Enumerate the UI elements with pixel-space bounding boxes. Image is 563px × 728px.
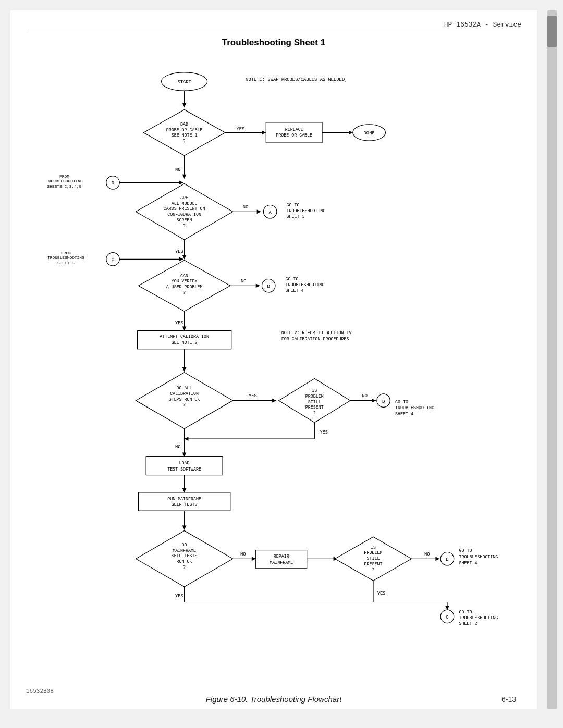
svg-marker-73 [185,437,189,441]
svg-text:MAINFRAME: MAINFRAME [173,548,196,553]
go-sheet3-a: GO TO [286,203,299,207]
done-node: DONE [364,131,375,136]
svg-text:A USER PROBLEM: A USER PROBLEM [166,285,203,289]
go-sheet4-b2: GO TO [395,400,408,404]
svg-text:?: ? [183,565,186,570]
header-title: HP 16532A - Service [444,21,521,29]
bad-probe-text: BAD [180,122,188,127]
svg-text:CALIBRATION: CALIBRATION [170,391,199,396]
svg-text:STEPS RUN OK: STEPS RUN OK [169,397,200,402]
is-problem-2-text: IS [371,545,376,550]
yes-label-5: YES [320,430,328,435]
no-label-2: NO [243,205,249,210]
svg-text:SELF TESTS: SELF TESTS [172,553,198,558]
svg-rect-81 [138,492,230,511]
svg-marker-67 [372,399,376,403]
d-node: D [112,181,114,186]
from-d-label: FROM [59,174,69,179]
svg-text:?: ? [183,139,186,143]
all-module-text: ARE [180,195,188,200]
svg-marker-91 [252,557,256,561]
a-node: A [269,210,272,215]
svg-text:SCREEN: SCREEN [177,218,192,223]
do-mainframe-text: DO [182,542,187,547]
svg-text:TROUBLESHOOTING: TROUBLESHOOTING [286,208,325,213]
svg-text:SHEET 4: SHEET 4 [459,561,478,565]
svg-marker-60 [272,399,276,403]
run-mainframe-text: RUN MAINFRAME [167,497,201,501]
svg-marker-44 [256,283,260,288]
svg-text:TROUBLESHOOTING: TROUBLESHOOTING [46,179,83,183]
svg-text:SHEETS 2,3,4,5: SHEETS 2,3,4,5 [47,184,82,189]
no-label-5: NO [362,393,368,399]
svg-rect-77 [146,456,223,475]
svg-marker-2 [182,103,187,107]
footer-part-number: 16532B08 [26,688,54,694]
header: HP 16532A - Service [26,21,521,32]
page: HP 16532A - Service Troubleshooting Shee… [10,10,537,709]
svg-text:SHEET 3: SHEET 3 [286,214,304,219]
no-label-6: NO [240,552,246,557]
no-label-4: NO [175,445,181,450]
replace-probe-text: REPLACE [285,127,303,132]
svg-text:SHEET 4: SHEET 4 [286,288,304,293]
svg-text:TROUBLESHOOTING: TROUBLESHOOTING [286,282,325,287]
svg-text:PROBLEM: PROBLEM [305,394,324,399]
b-node-1: B [267,284,270,289]
footer-page: 6-13 [501,695,516,704]
svg-text:SELF TESTS: SELF TESTS [172,502,198,507]
start-node: START [177,80,191,85]
svg-marker-8 [262,131,266,135]
svg-text:TEST SOFTWARE: TEST SOFTWARE [167,467,201,472]
svg-marker-38 [179,257,183,261]
is-problem-1-text: IS [312,388,317,393]
svg-text:FOR CALIBRATION PROCEDURES: FOR CALIBRATION PROCEDURES [282,337,349,341]
svg-text:?: ? [183,402,186,407]
svg-rect-92 [256,550,307,569]
svg-text:MAINFRAME: MAINFRAME [270,560,293,565]
from-g-label: FROM [61,251,71,255]
svg-text:?: ? [372,567,374,572]
yes-label-4: YES [249,393,257,399]
g-node: G [112,257,114,263]
svg-text:YOU VERIFY: YOU VERIFY [172,279,198,283]
yes-label-6: YES [175,594,183,599]
scrollbar[interactable] [547,10,557,709]
footer-caption: Figure 6-10. Troubleshooting Flowchart [206,695,342,704]
svg-marker-76 [182,453,187,457]
yes-label-2: YES [175,249,183,254]
no-label-3: NO [241,279,247,284]
svg-text:TROUBLESHOOTING: TROUBLESHOOTING [395,405,434,410]
svg-text:SHEET 4: SHEET 4 [395,412,413,416]
svg-text:TROUBLESHOOTING: TROUBLESHOOTING [47,255,84,260]
do-all-cal-text: DO ALL [177,386,192,390]
svg-text:SEE NOTE 2: SEE NOTE 2 [172,340,198,345]
svg-text:PROBE OR CABLE: PROBE OR CABLE [166,128,203,132]
note2-text: NOTE 2: REFER TO SECTION IV [282,330,352,335]
go-sheet2: GO TO [459,610,472,614]
svg-text:TROUBLESHOOTING: TROUBLESHOOTING [459,615,498,620]
svg-marker-36 [182,255,187,260]
svg-marker-15 [182,175,187,179]
svg-text:SEE NOTE 1: SEE NOTE 1 [172,133,198,138]
load-test-text: LOAD [179,461,190,465]
svg-text:PRESENT: PRESENT [305,405,324,410]
svg-text:PROBE OR CABLE: PROBE OR CABLE [276,133,312,138]
no-label-1: NO [175,167,181,172]
can-verify-text: CAN [180,274,188,278]
svg-text:STILL: STILL [367,556,380,561]
flowchart-area: START NOTE 1: SWAP PROBES/CABLES AS NEED… [26,55,521,628]
svg-text:CONFIGURATION: CONFIGURATION [167,212,201,217]
yes-label-1: YES [236,127,244,132]
b-node-2: B [382,399,385,404]
svg-marker-20 [179,181,183,185]
svg-text:SHEET 3: SHEET 3 [57,261,75,265]
svg-marker-102 [435,557,439,561]
svg-text:ALL MODULE: ALL MODULE [172,201,198,206]
b-node-3: B [446,557,448,562]
repair-mainframe-text: REPAIR [274,554,289,559]
go-sheet4-b3: GO TO [459,549,472,553]
go-sheet4-b1: GO TO [286,277,299,281]
yes-label-7: YES [377,591,386,596]
scrollbar-thumb[interactable] [547,16,557,47]
